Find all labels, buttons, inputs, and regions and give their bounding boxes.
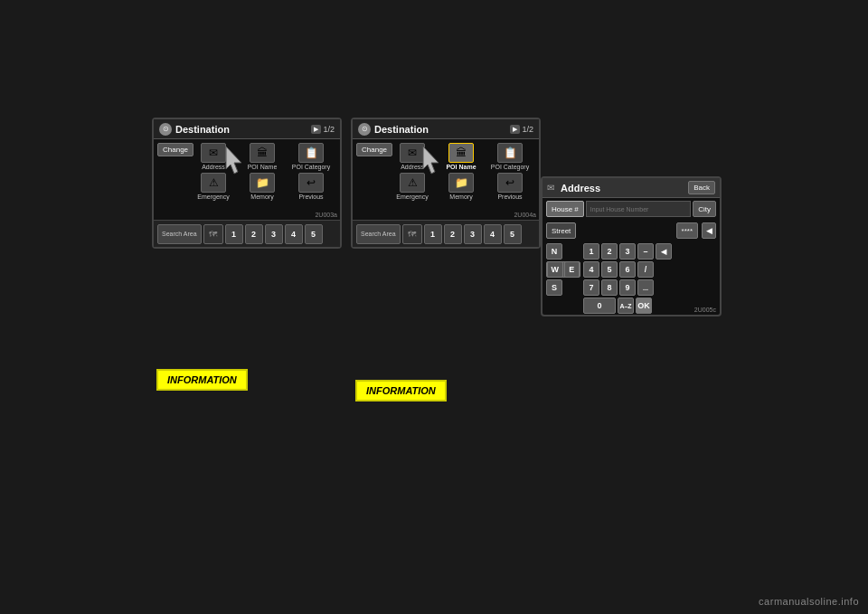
street-button[interactable]: Street xyxy=(546,222,576,239)
num-3-1[interactable]: 3 xyxy=(265,224,283,244)
info-box-1: INFORMATION xyxy=(156,369,248,391)
key-7[interactable]: 7 xyxy=(583,279,599,296)
poi-icon-2: 🏛 xyxy=(448,143,474,163)
num-3-2[interactable]: 3 xyxy=(464,224,482,244)
numpad: 1 2 3 – ◀ 4 5 6 / 7 8 9 ... 0 A–Z OK xyxy=(583,243,716,314)
dest-page-1: ▶ 1/2 xyxy=(311,125,335,134)
map-btn-2[interactable]: 🗺 xyxy=(402,224,422,244)
key-1[interactable]: 1 xyxy=(583,243,599,260)
num-4-1[interactable]: 4 xyxy=(285,224,303,244)
backspace-button[interactable]: ◀ xyxy=(702,222,716,239)
dest-icon-1: ⊙ xyxy=(159,123,172,136)
previous-icon-2: ↩ xyxy=(497,173,523,193)
numpad-row-2: 4 5 6 / xyxy=(583,261,716,278)
poi-label-2: POI Name xyxy=(446,164,476,171)
previous-icon-1: ↩ xyxy=(298,173,324,193)
num-4-2[interactable]: 4 xyxy=(484,224,502,244)
key-slash[interactable]: / xyxy=(637,261,654,278)
direction-keys: N W E S xyxy=(546,243,580,314)
house-number-input[interactable] xyxy=(586,201,691,217)
page-arrow-1[interactable]: ▶ xyxy=(311,125,321,134)
key-dash[interactable]: – xyxy=(637,243,654,260)
previous-label-2: Previous xyxy=(497,194,522,201)
address-label-1: Address xyxy=(202,164,225,171)
num-1-1[interactable]: 1 xyxy=(225,224,243,244)
key-ellipsis[interactable]: ... xyxy=(637,279,654,296)
poi-icon-1: 🏛 xyxy=(250,143,275,163)
num-5-2[interactable]: 5 xyxy=(504,224,522,244)
num-1-2[interactable]: 1 xyxy=(424,224,442,244)
key-backspace[interactable]: ◀ xyxy=(656,243,672,260)
dots-button[interactable]: **** xyxy=(676,222,698,239)
street-row: Street **** ◀ xyxy=(542,220,720,241)
address-header: ✉ Address Back xyxy=(542,178,720,198)
key-4[interactable]: 4 xyxy=(583,261,599,278)
map-btn-1[interactable]: 🗺 xyxy=(203,224,223,244)
address-envelope-icon: ✉ xyxy=(547,183,554,193)
watermark: carmanualsoline.info xyxy=(759,596,859,607)
key-0[interactable]: 0 xyxy=(583,298,616,314)
dest-item-address-2[interactable]: ✉ Address xyxy=(389,143,436,171)
dest-item-memory-2[interactable]: 📁 Memory xyxy=(438,173,485,201)
dest-grid-1: ✉ Address 🏛 POI Name 📋 POI Category ⚠ Em… xyxy=(188,141,336,202)
search-area-btn-2[interactable]: Search Area xyxy=(356,224,401,244)
key-az[interactable]: A–Z xyxy=(618,298,634,314)
memory-label-2: Memory xyxy=(449,194,472,201)
keypad-area: N W E S 1 2 3 – ◀ 4 5 6 / 7 xyxy=(542,241,720,316)
key-8[interactable]: 8 xyxy=(601,279,618,296)
num-2-1[interactable]: 2 xyxy=(245,224,263,244)
we-key-row: W E xyxy=(546,261,580,278)
page-arrow-2[interactable]: ▶ xyxy=(510,125,520,134)
img-id-2: 2U004a xyxy=(514,212,536,218)
dest-item-address-1[interactable]: ✉ Address xyxy=(190,143,237,171)
search-area-btn-1[interactable]: Search Area xyxy=(157,224,202,244)
key-9[interactable]: 9 xyxy=(619,279,636,296)
city-button[interactable]: City xyxy=(693,201,716,217)
memory-icon-1: 📁 xyxy=(250,173,275,193)
back-button[interactable]: Back xyxy=(688,181,715,194)
dest-item-emergency-2[interactable]: ⚠ Emergency xyxy=(389,173,436,201)
num-2-2[interactable]: 2 xyxy=(444,224,462,244)
dest-item-previous-2[interactable]: ↩ Previous xyxy=(486,173,533,201)
dest-grid-2: ✉ Address 🏛 POI Name 📋 POI Category ⚠ Em… xyxy=(387,141,535,202)
dest-item-category-1[interactable]: 📋 POI Category xyxy=(288,143,335,171)
dest-icon-2: ⊙ xyxy=(358,123,371,136)
category-label-1: POI Category xyxy=(292,164,330,171)
destination-panel-2: ⊙ Destination ▶ 1/2 Change ✉ Address 🏛 P… xyxy=(351,118,541,249)
emergency-label-1: Emergency xyxy=(197,194,229,201)
address-icon-1: ✉ xyxy=(201,143,226,163)
img-id-1: 2U003a xyxy=(315,212,337,218)
key-6[interactable]: 6 xyxy=(619,261,636,278)
dest-item-previous-1[interactable]: ↩ Previous xyxy=(288,173,335,201)
emergency-icon-1: ⚠ xyxy=(201,173,226,193)
poi-label-1: POI Name xyxy=(248,164,278,171)
memory-icon-2: 📁 xyxy=(448,173,474,193)
n-key[interactable]: N xyxy=(546,243,562,260)
emergency-label-2: Emergency xyxy=(396,194,428,201)
address-title: Address xyxy=(561,183,684,194)
numpad-row-1: 1 2 3 – ◀ xyxy=(583,243,716,260)
dest-header-1: ⊙ Destination ▶ 1/2 xyxy=(154,119,340,139)
info-box-2: INFORMATION xyxy=(355,380,447,401)
key-5[interactable]: 5 xyxy=(601,261,618,278)
dest-item-emergency-1[interactable]: ⚠ Emergency xyxy=(190,173,237,201)
s-key[interactable]: S xyxy=(546,279,562,296)
dest-item-poi-2[interactable]: 🏛 POI Name xyxy=(438,143,485,171)
address-label-2: Address xyxy=(401,164,424,171)
key-ok[interactable]: OK xyxy=(636,298,652,314)
key-2[interactable]: 2 xyxy=(601,243,618,260)
w-key[interactable]: W xyxy=(547,261,563,278)
house-number-row: House # City xyxy=(542,198,720,220)
house-number-button[interactable]: House # xyxy=(546,201,584,217)
num-5-1[interactable]: 5 xyxy=(305,224,323,244)
img-id-3: 2U005c xyxy=(694,307,716,313)
e-key[interactable]: E xyxy=(564,261,580,278)
dest-header-2: ⊙ Destination ▶ 1/2 xyxy=(353,119,539,139)
dest-page-2: ▶ 1/2 xyxy=(510,125,533,134)
key-3[interactable]: 3 xyxy=(619,243,636,260)
dest-item-memory-1[interactable]: 📁 Memory xyxy=(239,173,286,201)
dest-item-poi-1[interactable]: 🏛 POI Name xyxy=(239,143,286,171)
dest-title-2: Destination xyxy=(374,124,506,135)
dest-item-category-2[interactable]: 📋 POI Category xyxy=(486,143,533,171)
dest-bottom-2: Search Area 🗺 1 2 3 4 5 xyxy=(353,220,539,247)
